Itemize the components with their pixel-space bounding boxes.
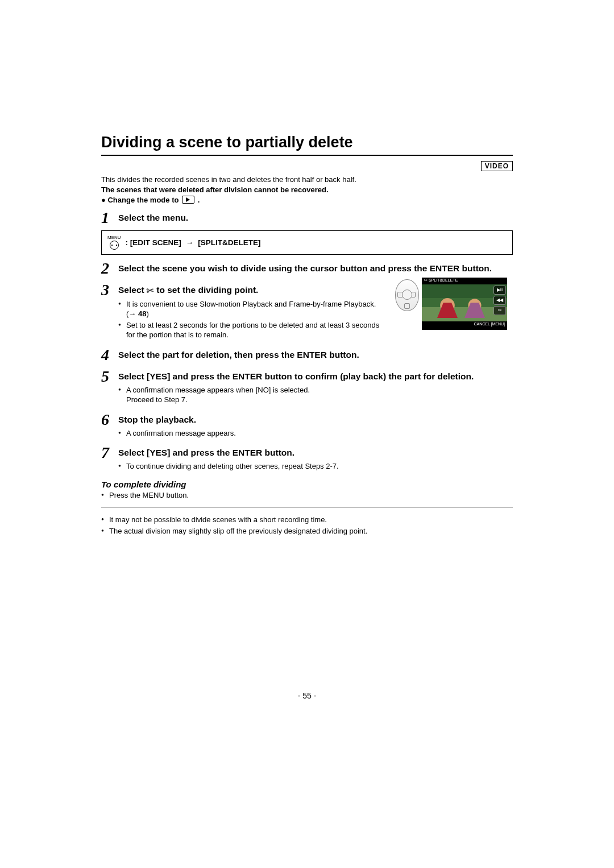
menu-label: MENU — [107, 235, 121, 240]
page-title: Dividing a scene to partially delete — [101, 134, 513, 156]
video-badge: VIDEO — [481, 161, 513, 171]
step3-title-b: to set the dividing point. — [156, 285, 258, 295]
step3-b1-text: It is convenient to use Slow-motion Play… — [126, 300, 376, 319]
step-number: 4 — [101, 347, 113, 363]
step-title: Select ✂ to set the dividing point. It i… — [118, 282, 387, 341]
step-7: 7 Select [YES] and press the ENTER butto… — [101, 445, 513, 472]
step-3: 3 Select ✂ to set the dividing point. It… — [101, 282, 387, 341]
step-1: 1 Select the menu. — [101, 210, 513, 226]
menu-path-1: : [EDIT SCENE] — [126, 238, 181, 247]
step3-bullet-1: It is convenient to use Slow-motion Play… — [126, 299, 387, 319]
warning-text: The scenes that were deleted after divis… — [101, 185, 513, 195]
divider — [101, 507, 513, 507]
step-title: Select the scene you wish to divide usin… — [118, 261, 513, 275]
step-6: 6 Stop the playback. A confirmation mess… — [101, 412, 513, 439]
step-number: 1 — [101, 210, 113, 226]
step-number: 2 — [101, 261, 113, 276]
step-2: 2 Select the scene you wish to divide us… — [101, 261, 513, 276]
change-mode-prefix: Change the mode to — [107, 196, 181, 204]
step-title: Select the part for deletion, then press… — [118, 347, 513, 361]
step-number: 6 — [101, 412, 113, 428]
step-title: Stop the playback. A confirmation messag… — [118, 412, 513, 439]
step7-bullet-1: To continue dividing and deleting other … — [126, 461, 513, 472]
step-5: 5 Select [YES] and press the ENTER butto… — [101, 369, 513, 406]
preview-screen: ✂ SPLIT&DELETE 0h00m15s ▶II ◀◀ ✂ CANCEL … — [422, 278, 507, 330]
step-title: Select [YES] and press the ENTER button … — [118, 369, 513, 406]
page-number: - 55 - — [0, 691, 614, 700]
split-icon: ✂ — [493, 306, 506, 315]
complete-heading: To complete dividing — [101, 480, 513, 489]
step6-title: Stop the playback. — [118, 415, 196, 424]
step5-bullet-1: A confirmation message appears when [NO]… — [126, 385, 513, 405]
step-number: 5 — [101, 369, 113, 385]
step5-b1a: A confirmation message appears when [NO]… — [126, 386, 310, 394]
change-mode-suffix: . — [198, 196, 200, 204]
menu-button-icon: MENU — [107, 235, 121, 250]
rewind-icon: ◀◀ — [493, 296, 506, 305]
step3-bullet-2: Set to at least 2 seconds for the portio… — [126, 320, 387, 340]
step3-b1-end: ) — [146, 309, 148, 318]
screen-bottom: CANCEL [MENU] — [422, 321, 507, 330]
step5-b1b: Proceed to Step 7. — [126, 395, 188, 404]
play-pause-icon: ▶II — [493, 286, 506, 295]
illustration: ✂ SPLIT&DELETE 0h00m15s ▶II ◀◀ ✂ CANCEL … — [393, 276, 513, 330]
arrow-icon: → — [186, 238, 194, 247]
scissors-icon: ✂ — [146, 284, 155, 297]
menu-path-2: [SPLIT&DELETE] — [198, 238, 260, 247]
menu-path-box: MENU : [EDIT SCENE] → [SPLIT&DELETE] — [101, 230, 513, 255]
page-ref: → 48 — [128, 309, 146, 318]
step6-bullet-1: A confirmation message appears. — [126, 428, 513, 439]
step7-title: Select [YES] and press the ENTER button. — [118, 448, 294, 457]
step-title: Select [YES] and press the ENTER button.… — [118, 445, 513, 472]
step3-title-a: Select — [118, 285, 147, 295]
step-number: 3 — [101, 282, 113, 298]
change-mode-line: ● Change the mode to . — [101, 196, 513, 204]
footer-note-1: It may not be possible to divide scenes … — [109, 515, 513, 525]
step5-title: Select [YES] and press the ENTER button … — [118, 371, 474, 381]
footer-note-2: The actual division may slightly slip of… — [109, 526, 513, 536]
step-title: Select the menu. — [118, 210, 513, 224]
step-number: 7 — [101, 445, 113, 461]
playback-controls: ▶II ◀◀ ✂ — [493, 286, 506, 315]
step-4: 4 Select the part for deletion, then pre… — [101, 347, 513, 363]
joystick-icon — [393, 278, 420, 312]
complete-bullet: Press the MENU button. — [109, 490, 513, 501]
playback-mode-icon — [182, 196, 194, 204]
intro-text: This divides the recorded scenes in two … — [101, 175, 513, 185]
